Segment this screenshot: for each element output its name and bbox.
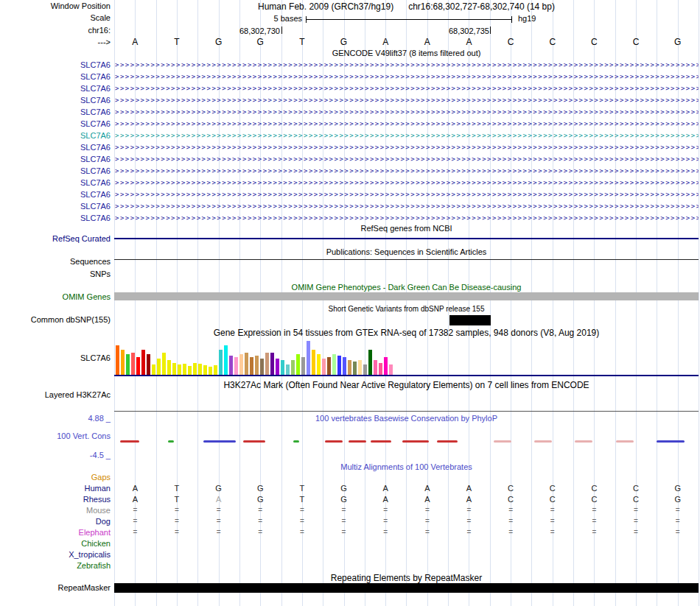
gtex-tissue-bar[interactable] [136,357,140,375]
species-label[interactable]: Chicken [0,538,111,549]
omim-title[interactable]: OMIM Gene Phenotypes - Dark Green Can Be… [114,283,699,292]
gtex-tissue-bar[interactable] [384,357,388,375]
gene-row[interactable]: SLC7A6>>>>>>>>>>>>>>>>>>>>>>>>>>>>>>>>>>… [0,96,700,106]
gtex-tissue-bar[interactable] [368,350,372,375]
gene-exon-arrows[interactable]: >>>>>>>>>>>>>>>>>>>>>>>>>>>>>>>>>>>>>>>>… [115,214,699,223]
gencode-title[interactable]: GENCODE V49lift37 (8 items filtered out) [114,49,699,57]
gtex-tissue-bar[interactable] [291,360,295,375]
gene-row[interactable]: SLC7A6>>>>>>>>>>>>>>>>>>>>>>>>>>>>>>>>>>… [0,166,700,177]
gtex-tissue-bar[interactable] [327,357,331,375]
gene-row[interactable]: SLC7A6>>>>>>>>>>>>>>>>>>>>>>>>>>>>>>>>>>… [0,143,700,153]
gtex-tissue-bar[interactable] [286,364,290,375]
gtex-tissue-bar[interactable] [250,357,253,375]
species-label[interactable]: Dog [0,516,111,526]
gene-exon-arrows[interactable]: >>>>>>>>>>>>>>>>>>>>>>>>>>>>>>>>>>>>>>>>… [115,84,699,94]
publications-track-line[interactable] [114,259,699,260]
species-label[interactable]: X_tropicalis [0,549,111,560]
common-dbsnp-label[interactable]: Common dbSNP(155) [0,315,111,324]
gene-exon-arrows[interactable]: >>>>>>>>>>>>>>>>>>>>>>>>>>>>>>>>>>>>>>>>… [115,178,699,188]
gtex-tissue-bar[interactable] [265,353,269,375]
gene-label[interactable]: SLC7A6 [0,143,111,152]
species-label[interactable]: Human [0,483,111,493]
gtex-tissue-bar[interactable] [234,357,238,375]
gtex-tissue-bar[interactable] [312,350,315,375]
gene-label[interactable]: SLC7A6 [0,166,111,176]
gene-label[interactable]: SLC7A6 [0,131,111,141]
gtex-tissue-bar[interactable] [239,354,243,375]
gtex-tissue-bar[interactable] [229,356,233,375]
conservation-track-label[interactable]: 100 Vert. Cons [0,431,111,440]
gtex-tissue-bar[interactable] [322,359,326,375]
gtex-tissue-bar[interactable] [126,354,130,375]
multiz-title[interactable]: Multiz Alignments of 100 Vertebrates [114,462,699,471]
gtex-tissue-bar[interactable] [389,364,393,375]
gtex-tissue-bar[interactable] [203,365,207,375]
gene-label[interactable]: SLC7A6 [0,119,111,129]
gene-exon-arrows[interactable]: >>>>>>>>>>>>>>>>>>>>>>>>>>>>>>>>>>>>>>>>… [115,72,699,82]
gene-exon-arrows[interactable]: >>>>>>>>>>>>>>>>>>>>>>>>>>>>>>>>>>>>>>>>… [115,143,699,152]
gtex-tissue-bar[interactable] [116,345,119,375]
gtex-tissue-bar[interactable] [332,354,336,375]
gtex-tissue-bar[interactable] [172,363,176,375]
gtex-tissue-bar[interactable] [348,360,351,375]
gtex-tissue-bar[interactable] [214,365,217,375]
gene-label[interactable]: SLC7A6 [0,60,111,70]
species-label[interactable]: Mouse [0,505,111,515]
gtex-tissue-bar[interactable] [193,363,197,375]
gtex-tissue-bar[interactable] [374,360,377,375]
gtex-tissue-bar[interactable] [188,366,192,375]
species-label[interactable]: Gaps [0,472,111,482]
gtex-tissue-bar[interactable] [167,360,171,375]
gene-label[interactable]: SLC7A6 [0,214,111,223]
sequences-label[interactable]: Sequences [0,257,111,266]
gtex-tissue-bar[interactable] [296,354,300,375]
gene-label[interactable]: SLC7A6 [0,72,111,82]
gene-row[interactable]: SLC7A6>>>>>>>>>>>>>>>>>>>>>>>>>>>>>>>>>>… [0,190,700,200]
gtex-tissue-bar[interactable] [343,357,346,375]
gtex-tissue-bar[interactable] [307,341,310,375]
gene-label[interactable]: SLC7A6 [0,108,111,117]
dbsnp-variant-box[interactable] [449,315,491,325]
gene-row[interactable]: SLC7A6>>>>>>>>>>>>>>>>>>>>>>>>>>>>>>>>>>… [0,72,700,82]
gtex-tissue-bar[interactable] [358,360,362,375]
species-label[interactable]: Zebrafish [0,560,111,571]
gtex-tissue-bar[interactable] [276,359,279,375]
gene-exon-arrows[interactable]: >>>>>>>>>>>>>>>>>>>>>>>>>>>>>>>>>>>>>>>>… [115,166,699,176]
gtex-tissue-bar[interactable] [260,359,264,375]
gene-label[interactable]: SLC7A6 [0,202,111,211]
dbsnp-title[interactable]: Short Genetic Variants from dbSNP releas… [114,305,699,313]
gtex-tissue-bar[interactable] [224,345,228,375]
gene-row[interactable]: SLC7A6>>>>>>>>>>>>>>>>>>>>>>>>>>>>>>>>>>… [0,119,700,130]
gtex-tissue-bar[interactable] [337,356,341,375]
gene-row[interactable]: SLC7A6>>>>>>>>>>>>>>>>>>>>>>>>>>>>>>>>>>… [0,84,700,94]
repeatmasker-title[interactable]: Repeating Elements by RepeatMasker [114,573,699,583]
repeatmasker-bar[interactable] [114,583,699,593]
refseq-curated-label[interactable]: RefSeq Curated [0,234,111,243]
gtex-tissue-bar[interactable] [121,350,125,375]
gtex-tissue-bar[interactable] [131,353,135,375]
gtex-tissue-bar[interactable] [270,353,274,375]
gene-label[interactable]: SLC7A6 [0,178,111,188]
snps-label[interactable]: SNPs [0,269,111,278]
gtex-tissue-bar[interactable] [209,367,212,375]
gtex-tissue-bar[interactable] [255,356,259,375]
h3k27ac-title[interactable]: H3K27Ac Mark (Often Found Near Active Re… [114,380,699,390]
gene-label[interactable]: SLC7A6 [0,155,111,164]
gene-exon-arrows[interactable]: >>>>>>>>>>>>>>>>>>>>>>>>>>>>>>>>>>>>>>>>… [115,131,699,141]
repeatmasker-label[interactable]: RepeatMasker [0,583,111,592]
omim-gene-bar[interactable] [114,292,699,300]
refseq-track-line[interactable] [114,238,699,239]
h3k27ac-label[interactable]: Layered H3K27Ac [0,390,111,399]
gtex-tissue-bar[interactable] [317,354,321,375]
refseq-title[interactable]: RefSeq genes from NCBI [114,224,699,233]
gtex-tissue-bar[interactable] [301,357,305,375]
gene-label[interactable]: SLC7A6 [0,84,111,94]
gtex-tissue-bar[interactable] [219,350,223,375]
gtex-tissue-bar[interactable] [363,364,367,375]
gtex-tissue-bar[interactable] [198,364,202,375]
publications-title[interactable]: Publications: Sequences in Scientific Ar… [114,247,699,256]
species-label[interactable]: Elephant [0,527,111,538]
gene-row[interactable]: SLC7A6>>>>>>>>>>>>>>>>>>>>>>>>>>>>>>>>>>… [0,202,700,212]
gtex-tissue-bar[interactable] [147,354,150,375]
gtex-tissue-bar[interactable] [162,353,166,375]
